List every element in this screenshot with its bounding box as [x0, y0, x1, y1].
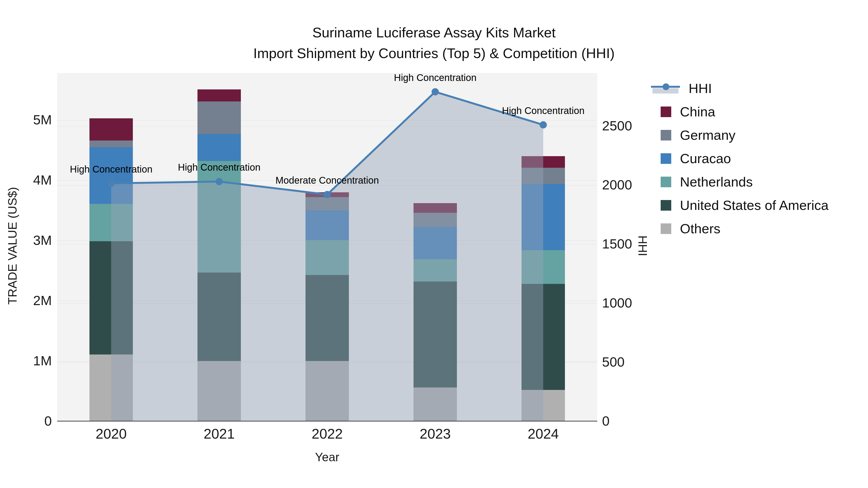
right-tick-1500: 1500	[602, 236, 632, 252]
bar-segment-china-2022	[306, 192, 349, 197]
bar-segment-china-2024	[522, 156, 565, 168]
x-tick-2023: 2023	[420, 426, 451, 442]
annotation-2020: High Concentration	[70, 164, 152, 175]
bar-segment-netherlands-2022	[306, 240, 349, 275]
chart-canvas: Suriname Luciferase Assay Kits Market Im…	[0, 0, 868, 488]
legend-label: China	[680, 104, 715, 120]
legend-swatch-netherlands	[661, 177, 671, 187]
x-axis-line	[57, 421, 597, 422]
right-tick-500: 500	[602, 354, 624, 370]
legend-label: United States of America	[680, 197, 829, 213]
bar-segment-netherlands-2020	[89, 204, 133, 241]
bar-segment-united-states-of-america-2021	[197, 272, 241, 361]
left-tick-5M: 5M	[4, 112, 52, 128]
bar-segment-others-2021	[197, 361, 241, 421]
legend-item-united-states-of-america[interactable]: United States of America	[651, 194, 829, 217]
left-tick-4M: 4M	[4, 172, 52, 188]
x-tick-2020: 2020	[95, 426, 127, 442]
gridline	[57, 120, 597, 121]
legend-swatch-others	[661, 223, 671, 234]
bar-segment-united-states-of-america-2024	[522, 284, 565, 390]
annotation-2024: High Concentration	[502, 105, 585, 116]
bar-segment-germany-2022	[306, 197, 349, 210]
right-tick-2000: 2000	[602, 177, 632, 193]
annotation-2021: High Concentration	[178, 162, 260, 173]
legend-swatch-germany	[661, 130, 671, 140]
x-axis-title: Year	[315, 450, 339, 464]
x-tick-2022: 2022	[311, 426, 343, 442]
bar-segment-others-2024	[522, 390, 565, 421]
legend-item-others[interactable]: Others	[651, 217, 720, 240]
legend-item-china[interactable]: China	[651, 100, 715, 123]
legend-item-germany[interactable]: Germany	[651, 123, 735, 147]
legend-swatch-curacao	[661, 153, 671, 164]
bar-segment-germany-2023	[413, 213, 457, 227]
chart-title: Suriname Luciferase Assay Kits Market Im…	[0, 22, 868, 64]
left-tick-1M: 1M	[4, 353, 52, 368]
legend-swatch-united-states-of-america	[661, 200, 671, 210]
hhi-legend-marker	[662, 84, 669, 90]
bar-segment-united-states-of-america-2020	[89, 241, 133, 355]
legend-label: HHI	[689, 80, 712, 96]
bar-segment-china-2021	[197, 89, 241, 101]
left-tick-0: 0	[4, 413, 52, 429]
bar-segment-curacao-2020	[89, 147, 133, 204]
annotation-2023: High Concentration	[394, 72, 476, 83]
bar-segment-germany-2021	[197, 101, 241, 134]
legend-item-hhi[interactable]: HHI	[651, 77, 712, 100]
x-tick-2021: 2021	[204, 426, 235, 442]
legend-label: Netherlands	[680, 174, 753, 190]
bar-segment-others-2023	[413, 388, 457, 421]
legend-swatch-china	[661, 106, 671, 117]
x-tick-2024: 2024	[528, 426, 559, 442]
annotation-2022: Moderate Concentration	[275, 175, 379, 186]
bar-segment-united-states-of-america-2022	[306, 275, 349, 361]
bar-segment-curacao-2021	[197, 134, 241, 161]
bar-segment-germany-2024	[522, 168, 565, 184]
right-axis-title: HHI	[636, 235, 650, 256]
chart-title-line2: Import Shipment by Countries (Top 5) & C…	[0, 43, 868, 64]
bar-segment-curacao-2024	[522, 184, 565, 250]
legend-label: Germany	[680, 127, 735, 143]
bar-segment-united-states-of-america-2023	[413, 282, 457, 388]
bar-segment-others-2020	[89, 355, 133, 422]
bar-segment-curacao-2023	[413, 227, 457, 259]
bar-segment-others-2022	[306, 361, 349, 421]
bar-segment-germany-2020	[89, 140, 133, 147]
legend-label: Curacao	[680, 151, 731, 166]
legend-item-curacao[interactable]: Curacao	[651, 147, 731, 170]
gridline	[57, 126, 597, 127]
legend-label: Others	[680, 221, 720, 236]
right-tick-1000: 1000	[602, 295, 632, 311]
bar-segment-china-2020	[89, 118, 133, 141]
right-tick-0: 0	[602, 413, 610, 429]
bar-segment-netherlands-2024	[522, 250, 565, 284]
bar-segment-netherlands-2023	[413, 259, 457, 282]
legend-item-netherlands[interactable]: Netherlands	[651, 170, 753, 194]
plot-area	[57, 73, 597, 421]
right-tick-2500: 2500	[602, 118, 632, 133]
chart-title-line1: Suriname Luciferase Assay Kits Market	[0, 22, 868, 43]
bar-segment-china-2023	[413, 203, 457, 213]
bar-segment-curacao-2022	[306, 210, 349, 240]
bar-segment-netherlands-2021	[197, 161, 241, 272]
hhi-legend-symbol	[651, 83, 680, 94]
left-axis-title: TRADE VALUE (US$)	[5, 187, 20, 304]
